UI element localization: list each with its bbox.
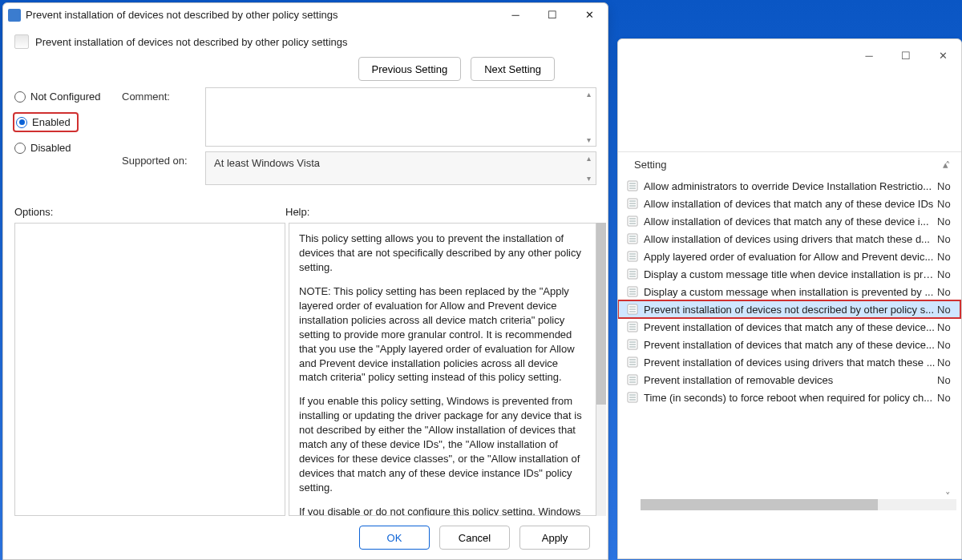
policy-item-icon bbox=[626, 285, 639, 298]
radio-not-configured[interactable]: Not Configured bbox=[14, 91, 119, 103]
policy-item-icon bbox=[626, 179, 639, 192]
policy-item-label: Prevent installation of removable device… bbox=[644, 374, 937, 386]
policy-list-item[interactable]: Allow installation of devices that match… bbox=[618, 195, 961, 212]
help-paragraph: If you disable or do not configure this … bbox=[299, 505, 586, 516]
bg-policy-list-panel: Setting ▴ Allow administrators to overri… bbox=[618, 151, 961, 534]
supported-on-value: At least Windows Vista bbox=[206, 152, 596, 174]
policy-item-icon bbox=[626, 303, 639, 316]
policy-item-icon bbox=[626, 268, 639, 280]
policy-icon bbox=[8, 9, 21, 22]
policy-item-label: Allow installation of devices that match… bbox=[644, 198, 937, 210]
bg-policy-list: Allow administrators to override Device … bbox=[618, 177, 961, 406]
help-pane[interactable]: This policy setting allows you to preven… bbox=[289, 223, 596, 516]
setting-nav-buttons: Previous Setting Next Setting bbox=[14, 57, 555, 81]
radio-dot-icon bbox=[14, 91, 26, 103]
scroll-up-icon[interactable]: ▴ bbox=[583, 90, 594, 99]
policy-item-label: Apply layered order of evaluation for Al… bbox=[644, 251, 937, 263]
policy-list-item[interactable]: Prevent installation of devices that mat… bbox=[618, 336, 961, 353]
dialog-body: Prevent installation of devices not desc… bbox=[3, 26, 608, 516]
previous-setting-button[interactable]: Previous Setting bbox=[358, 57, 462, 81]
state-radio-group: Not Configured Enabled Disabled bbox=[14, 87, 119, 154]
help-scrollbar[interactable] bbox=[596, 223, 606, 516]
policy-item-icon bbox=[626, 320, 639, 333]
minimize-button[interactable]: ─ bbox=[497, 4, 534, 26]
ok-button[interactable]: OK bbox=[359, 526, 430, 550]
options-pane[interactable] bbox=[14, 223, 285, 516]
bg-close-button[interactable]: ✕ bbox=[924, 42, 961, 68]
policy-item-label: Time (in seconds) to force reboot when r… bbox=[644, 392, 937, 404]
bg-column-header-label: Setting bbox=[634, 159, 666, 171]
policy-item-icon bbox=[626, 373, 639, 386]
policy-item-icon bbox=[626, 197, 639, 210]
policy-item-icon bbox=[626, 250, 639, 263]
scroll-down-icon[interactable]: ▾ bbox=[583, 135, 594, 144]
apply-button[interactable]: Apply bbox=[519, 526, 590, 550]
bg-column-header[interactable]: Setting ▴ bbox=[618, 152, 961, 177]
lower-panes: This policy setting allows you to preven… bbox=[14, 223, 596, 516]
policy-item-label: Allow installation of devices that match… bbox=[644, 216, 937, 228]
help-paragraph: NOTE: This policy setting has been repla… bbox=[299, 284, 586, 385]
lower-labels: Options: Help: bbox=[14, 206, 596, 218]
bg-maximize-button[interactable]: ☐ bbox=[887, 42, 924, 68]
radio-enabled-label: Enabled bbox=[32, 116, 71, 128]
policy-list-item[interactable]: Display a custom message title when devi… bbox=[618, 265, 961, 283]
bg-vertical-scroll-arrows: ˄ ˅ bbox=[945, 159, 958, 502]
options-label: Options: bbox=[14, 206, 285, 218]
policy-item-icon bbox=[626, 232, 639, 245]
policy-list-item[interactable]: Allow administrators to override Device … bbox=[618, 177, 961, 195]
scroll-up-icon[interactable]: ˄ bbox=[945, 159, 958, 171]
policy-list-item[interactable]: Display a custom message when installati… bbox=[618, 283, 961, 300]
help-paragraph: This policy setting allows you to preven… bbox=[299, 232, 586, 275]
dialog-footer: OK Cancel Apply bbox=[3, 516, 608, 559]
help-scrollbar-thumb[interactable] bbox=[596, 223, 606, 405]
policy-item-label: Prevent installation of devices that mat… bbox=[644, 321, 937, 333]
scroll-up-icon[interactable]: ▴ bbox=[583, 154, 594, 163]
dialog-titlebar: Prevent installation of devices not desc… bbox=[3, 3, 608, 26]
maximize-button[interactable]: ☐ bbox=[534, 4, 571, 26]
policy-item-label: Display a custom message title when devi… bbox=[644, 268, 937, 280]
policy-item-icon bbox=[626, 215, 639, 228]
policy-list-item[interactable]: Prevent installation of devices that mat… bbox=[618, 318, 961, 336]
close-button[interactable]: ✕ bbox=[571, 4, 608, 26]
policy-item-label: Allow installation of devices using driv… bbox=[644, 233, 937, 245]
cancel-button[interactable]: Cancel bbox=[439, 526, 510, 550]
policy-item-label: Prevent installation of devices that mat… bbox=[644, 339, 937, 351]
policy-list-item[interactable]: Prevent installation of devices not desc… bbox=[618, 300, 961, 318]
policy-item-label: Prevent installation of devices using dr… bbox=[644, 357, 937, 369]
policy-list-item[interactable]: Time (in seconds) to force reboot when r… bbox=[618, 389, 961, 406]
radio-enabled[interactable]: Enabled bbox=[14, 114, 77, 131]
policy-list-item[interactable]: Apply layered order of evaluation for Al… bbox=[618, 248, 961, 265]
supported-on-label: Supported on: bbox=[122, 151, 202, 167]
policy-setting-dialog: Prevent installation of devices not desc… bbox=[2, 2, 608, 560]
help-pane-wrap: This policy setting allows you to preven… bbox=[285, 223, 596, 516]
policy-item-icon bbox=[626, 338, 639, 351]
policy-list-item[interactable]: Allow installation of devices using driv… bbox=[618, 230, 961, 248]
bg-hscroll-thumb[interactable] bbox=[641, 499, 878, 510]
policy-item-icon bbox=[626, 356, 639, 369]
policy-heading-row: Prevent installation of devices not desc… bbox=[14, 34, 596, 49]
top-grid: Not Configured Enabled Disabled Comment:… bbox=[14, 87, 596, 190]
scroll-down-icon[interactable]: ˅ bbox=[945, 490, 958, 502]
policy-item-label: Prevent installation of devices not desc… bbox=[644, 304, 937, 316]
radio-dot-icon bbox=[16, 117, 27, 128]
radio-disabled[interactable]: Disabled bbox=[14, 142, 119, 154]
radio-dot-icon bbox=[14, 143, 26, 154]
dialog-title: Prevent installation of devices not desc… bbox=[26, 9, 497, 21]
policy-heading-icon bbox=[14, 34, 29, 49]
policy-item-label: Allow administrators to override Device … bbox=[644, 180, 937, 192]
policy-heading: Prevent installation of devices not desc… bbox=[35, 36, 348, 48]
policy-list-item[interactable]: Allow installation of devices that match… bbox=[618, 212, 961, 230]
next-setting-button[interactable]: Next Setting bbox=[471, 57, 555, 81]
comment-textarea[interactable]: ▴ ▾ bbox=[205, 87, 596, 147]
radio-disabled-label: Disabled bbox=[30, 142, 71, 154]
comment-label: Comment: bbox=[122, 87, 202, 103]
policy-list-item[interactable]: Prevent installation of devices using dr… bbox=[618, 353, 961, 371]
bg-minimize-button[interactable]: ─ bbox=[851, 42, 887, 68]
policy-list-item[interactable]: Prevent installation of removable device… bbox=[618, 371, 961, 389]
scroll-down-icon[interactable]: ▾ bbox=[583, 174, 594, 183]
policy-item-label: Display a custom message when installati… bbox=[644, 286, 937, 298]
policy-item-icon bbox=[626, 391, 639, 404]
bg-horizontal-scrollbar[interactable] bbox=[641, 499, 956, 510]
help-label: Help: bbox=[285, 206, 596, 218]
radio-not-configured-label: Not Configured bbox=[30, 91, 100, 103]
